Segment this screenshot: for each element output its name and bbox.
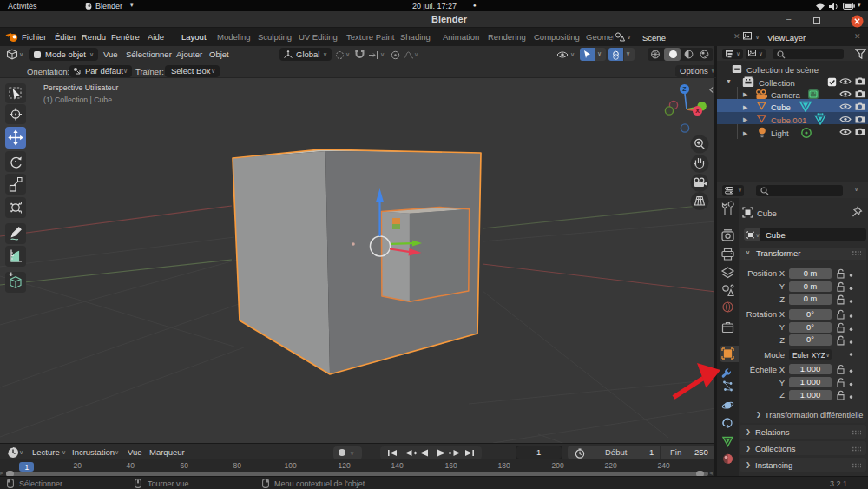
svg-text:(1) Collection | Cube: (1) Collection | Cube: [43, 96, 112, 104]
svg-text:Perspective Utilisateur: Perspective Utilisateur: [43, 83, 119, 92]
svg-text:Z: Z: [682, 86, 687, 92]
svg-text:X: X: [695, 108, 700, 114]
